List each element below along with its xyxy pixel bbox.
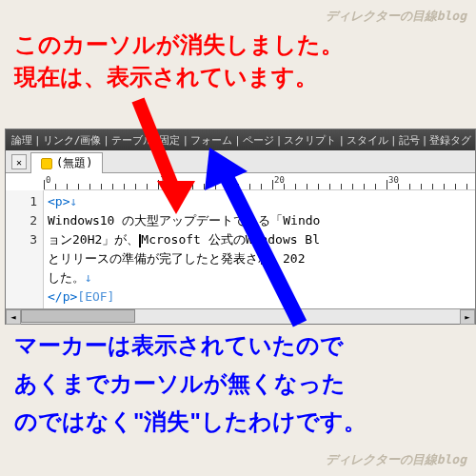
code-area: 1 2 3 <p>↓ Windows10 の大型アップデートである「Windo … (6, 190, 475, 308)
file-icon (41, 158, 52, 169)
line-gutter: 1 2 3 (6, 190, 44, 308)
horizontal-scrollbar[interactable]: ◄ ► (6, 308, 475, 324)
code-text: M (141, 232, 149, 247)
line-number: 3 (11, 230, 37, 249)
eof-mark: [EOF] (77, 289, 114, 304)
html-tag: </p> (48, 289, 77, 304)
newline-mark: ↓ (85, 270, 92, 285)
code-text: した。 (48, 270, 85, 285)
annotation-blue-3: のではなく"消失"したわけです。 (14, 405, 367, 439)
code-content[interactable]: <p>↓ Windows10 の大型アップデートである「Windo ョン20H2… (44, 190, 475, 308)
scroll-left-button[interactable]: ◄ (6, 309, 21, 325)
toolbar-item[interactable]: ページ (241, 133, 276, 148)
scroll-thumb[interactable] (21, 309, 135, 323)
tab-active[interactable]: (無題) (30, 152, 103, 173)
code-text: ョン20H2」が、 (48, 232, 139, 247)
tab-close-button[interactable]: ✕ (11, 154, 27, 169)
watermark-bottom: ディレクターの目線blog (326, 451, 466, 468)
annotation-red-1: このカーソルが消失しました。 (14, 29, 344, 61)
toolbar-item[interactable]: リンク/画像 (41, 133, 104, 148)
tab-label: (無題) (56, 155, 92, 171)
annotation-red-2: 現在は、表示されています。 (14, 61, 318, 93)
code-text: とリリースの準備が完了したと発表され、202 (48, 251, 305, 266)
code-text: crosoft 公式のWindows Bl (149, 232, 320, 247)
toolbar-item[interactable]: テーブル/固定 (109, 133, 183, 148)
toolbar-item[interactable]: スタイル (345, 133, 390, 148)
newline-mark: ↓ (69, 194, 77, 208)
code-text: Windows10 の大型アップデートである「Windo (48, 213, 320, 228)
annotation-blue-1: マーカーは表示されていたので (14, 328, 344, 363)
line-number: 1 (11, 192, 37, 211)
toolbar-item[interactable]: フォーム (188, 133, 234, 148)
html-tag: <p> (48, 194, 69, 208)
toolbar: 論理 | リンク/画像 | テーブル/固定 | フォーム | ページ | スクリ… (6, 129, 475, 150)
annotation-blue-2: あくまでカーソルが無くなった (14, 367, 346, 401)
watermark-top: ディレクターの目線blog (326, 8, 466, 25)
toolbar-item[interactable]: 登録タグ (427, 133, 473, 148)
scroll-right-button[interactable]: ► (460, 309, 475, 325)
toolbar-item[interactable]: スクリプト (282, 133, 338, 148)
line-number: 2 (11, 211, 37, 230)
ruler[interactable]: 010203040 (44, 173, 475, 190)
tab-bar: ✕ (無題) (6, 150, 475, 173)
scroll-track[interactable] (21, 309, 460, 324)
toolbar-item[interactable]: 論理 (10, 133, 34, 148)
toolbar-item[interactable]: 記号 (397, 133, 422, 148)
editor-window: 論理 | リンク/画像 | テーブル/固定 | フォーム | ページ | スクリ… (5, 129, 476, 325)
